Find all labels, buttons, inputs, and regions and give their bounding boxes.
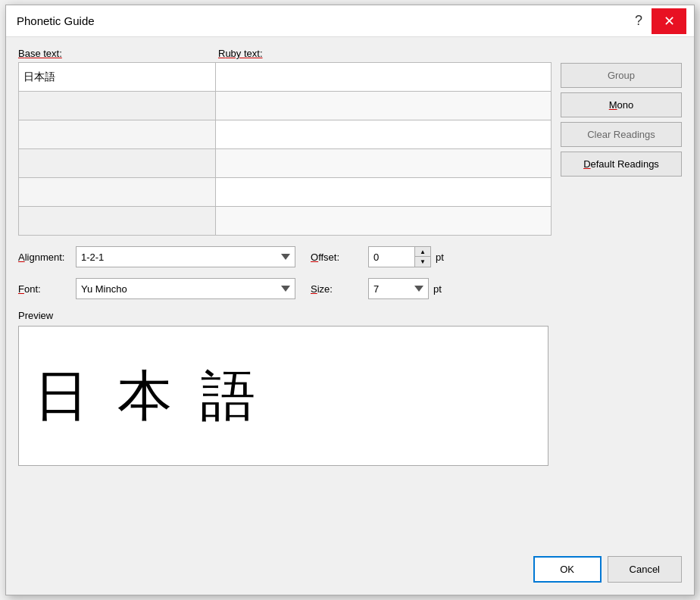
column-headers: Base text: Ruby text: (18, 48, 552, 59)
font-label: Font: (18, 283, 71, 295)
table-row (19, 120, 552, 149)
ruby-cell-6[interactable] (216, 207, 552, 236)
base-cell-2 (19, 92, 216, 120)
table-row (19, 92, 552, 120)
font-group: Font: Yu Mincho MS Mincho MS PMincho Ari… (18, 278, 295, 299)
default-underline: D (583, 158, 590, 170)
ruby-cell-2[interactable] (216, 92, 552, 120)
help-button[interactable]: ? (629, 13, 648, 29)
base-cell-5 (19, 178, 216, 207)
ruby-text-header: Ruby text: (218, 48, 552, 59)
group-button[interactable]: Group (561, 63, 682, 88)
title-actions: ? ✕ (629, 8, 686, 34)
main-area: Base text: Ruby text: 日本語 (18, 48, 682, 236)
base-text-header: Base text: (18, 48, 215, 59)
preview-section: Preview 日 本 語 (18, 310, 682, 466)
offset-label: Offset: (311, 252, 364, 263)
base-cell-3 (19, 120, 216, 149)
size-select[interactable]: 5 6 7 8 9 10 (368, 278, 429, 299)
table-section: Base text: Ruby text: 日本語 (18, 48, 552, 236)
alignment-select[interactable]: 1-2-1 Left Center Right Distributed (76, 246, 295, 267)
size-label: Size: (311, 283, 364, 295)
preview-text: 日 本 語 (34, 360, 263, 433)
offset-increment-button[interactable]: ▲ (415, 247, 430, 257)
dialog-body: Base text: Ruby text: 日本語 (6, 37, 694, 595)
readings-table: 日本語 (18, 62, 552, 236)
ruby-cell-3[interactable] (216, 120, 552, 149)
phonetic-guide-dialog: Phonetic Guide ? ✕ Base text: Ruby text: (5, 5, 695, 595)
table-row (19, 207, 552, 236)
mono-underline: M (609, 99, 617, 111)
offset-decrement-button[interactable]: ▼ (415, 257, 430, 267)
offset-input[interactable] (369, 247, 414, 267)
offset-spinner: ▲ ▼ (414, 247, 430, 267)
offset-unit: pt (436, 252, 444, 263)
offset-input-wrap: ▲ ▼ (368, 246, 431, 267)
base-cell-6 (19, 207, 216, 236)
ruby-cell-5[interactable] (216, 178, 552, 207)
table-row (19, 178, 552, 207)
ok-button[interactable]: OK (533, 556, 602, 583)
mono-button[interactable]: Mono (561, 92, 682, 117)
footer-buttons: OK Cancel (18, 548, 682, 583)
preview-label: Preview (18, 310, 682, 321)
base-underline: B (18, 48, 25, 59)
default-readings-button[interactable]: Default Readings (561, 152, 682, 177)
ruby-underline: R (218, 48, 225, 59)
base-cell-1: 日本語 (19, 63, 216, 92)
alignment-label: Alignment: (18, 252, 71, 263)
cancel-button[interactable]: Cancel (608, 556, 682, 583)
ruby-cell-4[interactable] (216, 149, 552, 178)
table-row: 日本語 (19, 63, 552, 92)
clear-readings-button[interactable]: Clear Readings (561, 122, 682, 147)
side-buttons: Group Mono Clear Readings Default Readin… (561, 48, 682, 236)
controls-row-1: Alignment: 1-2-1 Left Center Right Distr… (18, 246, 682, 267)
ruby-cell-1[interactable] (216, 63, 552, 92)
title-bar: Phonetic Guide ? ✕ (6, 5, 694, 37)
close-button[interactable]: ✕ (652, 8, 686, 34)
base-cell-4 (19, 149, 216, 178)
dialog-title: Phonetic Guide (17, 14, 95, 27)
size-group: Size: 5 6 7 8 9 10 pt (311, 278, 442, 299)
alignment-group: Alignment: 1-2-1 Left Center Right Distr… (18, 246, 295, 267)
font-select[interactable]: Yu Mincho MS Mincho MS PMincho Arial (76, 278, 295, 299)
preview-box: 日 本 語 (18, 326, 548, 466)
controls-row-2: Font: Yu Mincho MS Mincho MS PMincho Ari… (18, 278, 682, 299)
offset-group: Offset: ▲ ▼ pt (311, 246, 444, 267)
size-unit: pt (433, 283, 442, 295)
table-row (19, 149, 552, 178)
